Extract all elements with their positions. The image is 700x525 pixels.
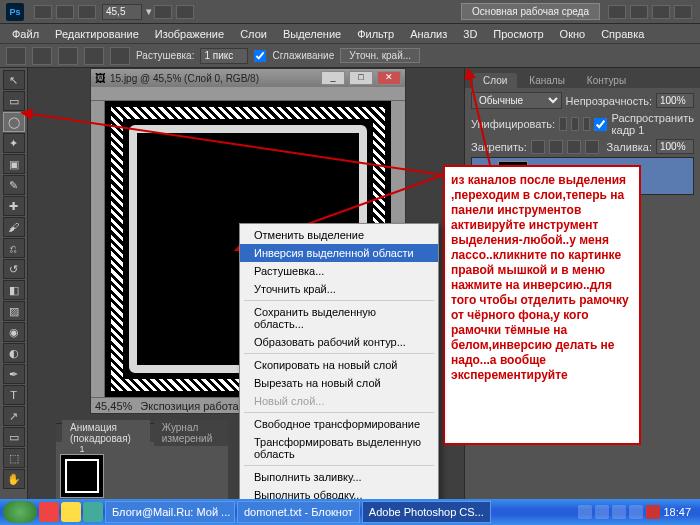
close-window-icon[interactable] xyxy=(674,5,692,19)
ctx-copy-layer[interactable]: Скопировать на новый слой xyxy=(240,356,438,374)
task-photoshop[interactable]: Adobe Photoshop CS... xyxy=(362,501,491,523)
refine-edge-button[interactable]: Уточн. край... xyxy=(340,48,420,63)
antialias-checkbox[interactable] xyxy=(254,50,266,62)
menu-edit[interactable]: Редактирование xyxy=(47,28,147,40)
tab-animation[interactable]: Анимация (покадровая) xyxy=(62,420,150,446)
ql-opera-icon[interactable] xyxy=(39,502,59,522)
doc-close-icon[interactable]: ✕ xyxy=(377,71,401,85)
max-window-icon[interactable] xyxy=(652,5,670,19)
menu-filter[interactable]: Фильтр xyxy=(349,28,402,40)
ctx-free-transform[interactable]: Свободное трансформирование xyxy=(240,415,438,433)
tray-icon[interactable] xyxy=(595,505,609,519)
eyedropper-tool-icon[interactable]: ✎ xyxy=(3,175,25,195)
tab-measure-log[interactable]: Журнал измерений xyxy=(154,420,228,446)
type-tool-icon[interactable]: T xyxy=(3,385,25,405)
lock-pos-icon[interactable] xyxy=(567,140,581,154)
tab-layers[interactable]: Слои xyxy=(473,73,517,88)
menu-analysis[interactable]: Анализ xyxy=(402,28,455,40)
ctx-transform-sel[interactable]: Трансформировать выделенную область xyxy=(240,433,438,463)
screenmode-icon[interactable] xyxy=(176,5,194,19)
menu-image[interactable]: Изображение xyxy=(147,28,232,40)
start-button[interactable] xyxy=(3,501,37,523)
tab-paths[interactable]: Контуры xyxy=(577,73,636,88)
propagate-checkbox[interactable] xyxy=(594,118,607,131)
menu-layers[interactable]: Слои xyxy=(232,28,275,40)
fill-input[interactable] xyxy=(656,139,694,154)
tray-icon[interactable] xyxy=(578,505,592,519)
lock-trans-icon[interactable] xyxy=(531,140,545,154)
selection-new-icon[interactable] xyxy=(32,47,52,65)
path-tool-icon[interactable]: ↗ xyxy=(3,406,25,426)
ctx-new-layer[interactable]: Новый слой... xyxy=(240,392,438,410)
menu-select[interactable]: Выделение xyxy=(275,28,349,40)
blur-tool-icon[interactable]: ◉ xyxy=(3,322,25,342)
system-tray[interactable]: 18:47 xyxy=(572,505,697,519)
tool-preset-icon[interactable] xyxy=(6,47,26,65)
minibridge-icon[interactable] xyxy=(56,5,74,19)
opacity-input[interactable] xyxy=(656,93,694,108)
task-browser[interactable]: Блоги@Mail.Ru: Мой ... xyxy=(105,501,235,523)
ruler-vertical[interactable] xyxy=(91,101,105,397)
doc-max-icon[interactable]: □ xyxy=(349,71,373,85)
ctx-feather[interactable]: Растушевка... xyxy=(240,262,438,280)
shape-tool-icon[interactable]: ▭ xyxy=(3,427,25,447)
3d-tool-icon[interactable]: ⬚ xyxy=(3,448,25,468)
gradient-tool-icon[interactable]: ▨ xyxy=(3,301,25,321)
viewextras-icon[interactable] xyxy=(78,5,96,19)
blend-mode-select[interactable]: Обычные xyxy=(471,92,562,109)
brush-tool-icon[interactable]: 🖌 xyxy=(3,217,25,237)
tray-icon[interactable] xyxy=(629,505,643,519)
tray-avast-icon[interactable] xyxy=(646,505,660,519)
pen-tool-icon[interactable]: ✒ xyxy=(3,364,25,384)
move-tool-icon[interactable]: ↖ xyxy=(3,70,25,90)
lock-image-icon[interactable] xyxy=(549,140,563,154)
bridge-icon[interactable] xyxy=(34,5,52,19)
ctx-cut-layer[interactable]: Вырезать на новый слой xyxy=(240,374,438,392)
ql-folder-icon[interactable] xyxy=(61,502,81,522)
hand-tool-icon[interactable]: ✋ xyxy=(3,469,25,489)
eraser-tool-icon[interactable]: ◧ xyxy=(3,280,25,300)
ctx-workpath[interactable]: Образовать рабочий контур... xyxy=(240,333,438,351)
task-notepad[interactable]: domonet.txt - Блокнот xyxy=(237,501,360,523)
healing-tool-icon[interactable]: ✚ xyxy=(3,196,25,216)
document-titlebar[interactable]: 🖼 15.jpg @ 45,5% (Слой 0, RGB/8) _ □ ✕ xyxy=(91,69,405,87)
unify-style-icon[interactable] xyxy=(583,117,591,131)
ctx-fill[interactable]: Выполнить заливку... xyxy=(240,468,438,486)
workspace-switcher[interactable]: Основная рабочая среда xyxy=(461,3,600,20)
zoom-input[interactable] xyxy=(102,4,142,20)
min-window-icon[interactable] xyxy=(630,5,648,19)
menu-help[interactable]: Справка xyxy=(593,28,652,40)
doc-zoom[interactable]: 45,45% xyxy=(95,400,132,412)
ctx-inverse[interactable]: Инверсия выделенной области xyxy=(240,244,438,262)
doc-min-icon[interactable]: _ xyxy=(321,71,345,85)
tray-icon[interactable] xyxy=(612,505,626,519)
ql-app-icon[interactable] xyxy=(83,502,103,522)
marquee-tool-icon[interactable]: ▭ xyxy=(3,91,25,111)
selection-intersect-icon[interactable] xyxy=(110,47,130,65)
menu-view[interactable]: Просмотр xyxy=(485,28,551,40)
feather-input[interactable] xyxy=(200,48,248,64)
tab-channels[interactable]: Каналы xyxy=(519,73,575,88)
csLive-icon[interactable] xyxy=(608,5,626,19)
ctx-deselect[interactable]: Отменить выделение xyxy=(240,226,438,244)
ruler-horizontal[interactable] xyxy=(91,87,405,101)
menu-file[interactable]: Файл xyxy=(4,28,47,40)
crop-tool-icon[interactable]: ▣ xyxy=(3,154,25,174)
clock[interactable]: 18:47 xyxy=(663,506,691,518)
stamp-tool-icon[interactable]: ⎌ xyxy=(3,238,25,258)
lasso-tool-icon[interactable]: ◯ xyxy=(3,112,25,132)
unify-vis-icon[interactable] xyxy=(571,117,579,131)
anim-frame-thumb[interactable] xyxy=(60,454,104,498)
dodge-tool-icon[interactable]: ◐ xyxy=(3,343,25,363)
selection-sub-icon[interactable] xyxy=(84,47,104,65)
menu-window[interactable]: Окно xyxy=(552,28,594,40)
arrange-icon[interactable] xyxy=(154,5,172,19)
unify-pos-icon[interactable] xyxy=(559,117,567,131)
selection-add-icon[interactable] xyxy=(58,47,78,65)
lock-all-icon[interactable] xyxy=(585,140,599,154)
ctx-refine[interactable]: Уточнить край... xyxy=(240,280,438,298)
ctx-save-sel[interactable]: Сохранить выделенную область... xyxy=(240,303,438,333)
menu-3d[interactable]: 3D xyxy=(455,28,485,40)
history-brush-icon[interactable]: ↺ xyxy=(3,259,25,279)
wand-tool-icon[interactable]: ✦ xyxy=(3,133,25,153)
